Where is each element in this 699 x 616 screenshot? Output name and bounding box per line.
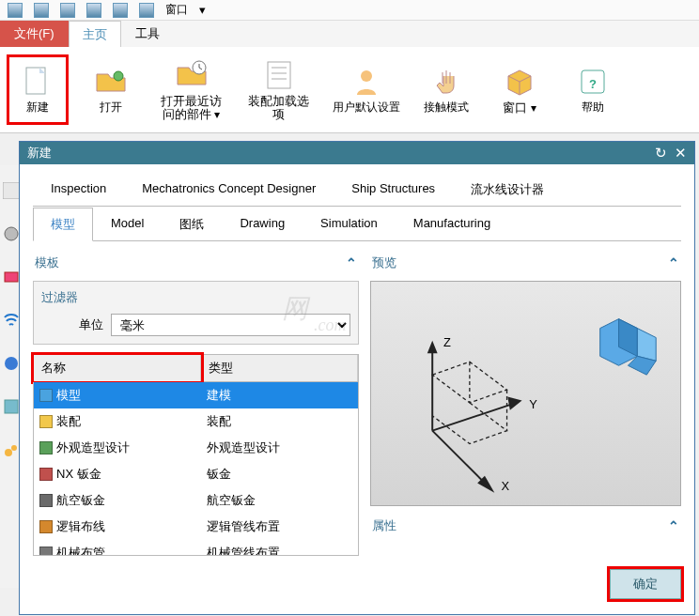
- close-icon[interactable]: ✕: [675, 145, 687, 162]
- row-name: NX 钣金: [56, 466, 101, 483]
- tab-drawing[interactable]: Drawing: [222, 208, 303, 241]
- unit-select[interactable]: 毫米: [111, 314, 350, 336]
- recent-label: 打开最近访问的部件 ▾: [161, 95, 222, 122]
- help-label: 帮助: [582, 101, 604, 114]
- tab-model-en[interactable]: Model: [93, 208, 162, 241]
- side-icon[interactable]: [3, 269, 20, 285]
- ok-button[interactable]: 确定: [610, 569, 681, 599]
- side-gear-icon[interactable]: [3, 225, 20, 242]
- side-icon[interactable]: [3, 355, 20, 372]
- user-icon: [350, 65, 383, 99]
- filter-box: 过滤器 单位 毫米: [33, 281, 359, 345]
- tab-ship[interactable]: Ship Structures: [334, 173, 453, 207]
- attrs-title: 属性: [372, 517, 396, 534]
- row-type: 建模: [201, 385, 358, 406]
- tab-simulation[interactable]: Simulation: [303, 208, 396, 241]
- row-type: 装配: [201, 411, 358, 432]
- qt-icon[interactable]: [113, 3, 128, 18]
- template-table-header: 名称 类型: [33, 354, 359, 382]
- col-type[interactable]: 类型: [201, 355, 358, 381]
- dialog-tabs-row2: 模型 Model 图纸 Drawing Simulation Manufactu…: [33, 207, 681, 241]
- menu-tools[interactable]: 工具: [121, 21, 174, 47]
- new-dialog: 新建 ↻ ✕ Inspection Mechatronics Concept D…: [19, 141, 695, 615]
- svg-point-12: [5, 227, 18, 240]
- collapse-icon[interactable]: ⌃: [346, 255, 357, 270]
- svg-rect-13: [5, 272, 18, 282]
- side-icon[interactable]: [3, 182, 20, 199]
- help-button[interactable]: ? 帮助: [565, 65, 621, 114]
- row-type: 逻辑管线布置: [201, 516, 358, 537]
- qt-icon[interactable]: [139, 3, 154, 18]
- row-type: 钣金: [201, 464, 358, 485]
- template-icon: [39, 494, 53, 507]
- menu-file[interactable]: 文件(F): [0, 21, 69, 47]
- template-icon: [39, 441, 53, 454]
- tab-pipeline[interactable]: 流水线设计器: [453, 173, 562, 207]
- row-name: 机械布管: [56, 545, 105, 556]
- new-button[interactable]: 新建: [9, 57, 66, 121]
- row-type: 外观造型设计: [201, 438, 358, 458]
- recent-button[interactable]: 打开最近访问的部件 ▾: [156, 58, 226, 122]
- template-header: 模板⌃: [33, 251, 359, 275]
- qt-icon[interactable]: [60, 3, 75, 18]
- reset-icon[interactable]: ↻: [655, 145, 667, 162]
- tab-model-cn[interactable]: 模型: [33, 208, 93, 241]
- side-icon[interactable]: [3, 441, 20, 458]
- collapse-icon[interactable]: ⌃: [668, 518, 679, 533]
- svg-line-26: [432, 431, 488, 487]
- dialog-title: 新建: [27, 145, 52, 162]
- table-row[interactable]: 外观造型设计外观造型设计: [34, 435, 358, 461]
- userdef-button[interactable]: 用户默认设置: [331, 65, 401, 114]
- table-row[interactable]: 航空钣金航空钣金: [34, 487, 358, 514]
- template-icon: [39, 468, 53, 481]
- ribbon: 新建 打开 打开最近访问的部件 ▾ 装配加载选项 用户默认设置 接触模式 窗口 …: [0, 47, 699, 133]
- qt-icon[interactable]: [8, 3, 23, 18]
- tab-mechatronics[interactable]: Mechatronics Concept Designer: [124, 173, 334, 207]
- assembly-button[interactable]: 装配加载选项: [243, 58, 314, 122]
- template-icon: [39, 547, 53, 556]
- table-row[interactable]: 逻辑布线逻辑管线布置: [34, 514, 358, 540]
- quick-toolbar: 窗口▾: [0, 0, 699, 21]
- dialog-tabs-row1: Inspection Mechatronics Concept Designer…: [33, 172, 681, 207]
- table-row[interactable]: 装配装配: [34, 408, 358, 435]
- tab-inspection[interactable]: Inspection: [33, 173, 124, 207]
- svg-point-8: [361, 70, 372, 82]
- qt-icon[interactable]: [34, 3, 49, 18]
- tab-manufacturing[interactable]: Manufacturing: [396, 208, 508, 241]
- table-row[interactable]: 模型建模: [34, 382, 358, 408]
- touch-label: 接触模式: [424, 101, 469, 114]
- window-dropdown[interactable]: 窗口: [165, 2, 188, 18]
- preview-pane: Z Y X: [370, 281, 681, 506]
- row-type: 航空钣金: [201, 490, 358, 511]
- row-name: 外观造型设计: [56, 439, 130, 456]
- svg-point-14: [5, 357, 18, 370]
- side-icon[interactable]: [3, 312, 20, 329]
- table-row[interactable]: NX 钣金钣金: [34, 461, 358, 487]
- assembly-label: 装配加载选项: [248, 95, 309, 122]
- svg-rect-11: [3, 182, 20, 199]
- open-label: 打开: [100, 101, 122, 114]
- preview-svg: Z Y X: [371, 282, 680, 505]
- menu-tabs: 文件(F) 主页 工具: [0, 21, 699, 47]
- userdef-label: 用户默认设置: [333, 101, 400, 114]
- table-row[interactable]: 机械布管机械管线布置: [34, 540, 358, 556]
- tab-sheet[interactable]: 图纸: [162, 208, 222, 241]
- svg-marker-23: [428, 343, 436, 352]
- col-name[interactable]: 名称: [34, 355, 201, 381]
- axis-x-label: X: [502, 479, 510, 493]
- open-button[interactable]: 打开: [83, 65, 139, 114]
- window-button[interactable]: 窗口 ▾: [491, 65, 548, 115]
- preview-title: 预览: [372, 254, 396, 271]
- unit-label: 单位: [79, 316, 103, 333]
- side-icon[interactable]: [3, 398, 20, 415]
- collapse-icon[interactable]: ⌃: [668, 255, 679, 270]
- folder-icon: [94, 65, 128, 99]
- template-title: 模板: [35, 254, 59, 271]
- menu-home[interactable]: 主页: [69, 21, 121, 47]
- qt-icon[interactable]: [86, 3, 101, 18]
- svg-marker-25: [509, 398, 520, 408]
- new-label: 新建: [26, 101, 49, 114]
- axis-y-label: Y: [530, 397, 538, 411]
- page-icon: [21, 65, 54, 99]
- touch-button[interactable]: 接触模式: [418, 65, 474, 114]
